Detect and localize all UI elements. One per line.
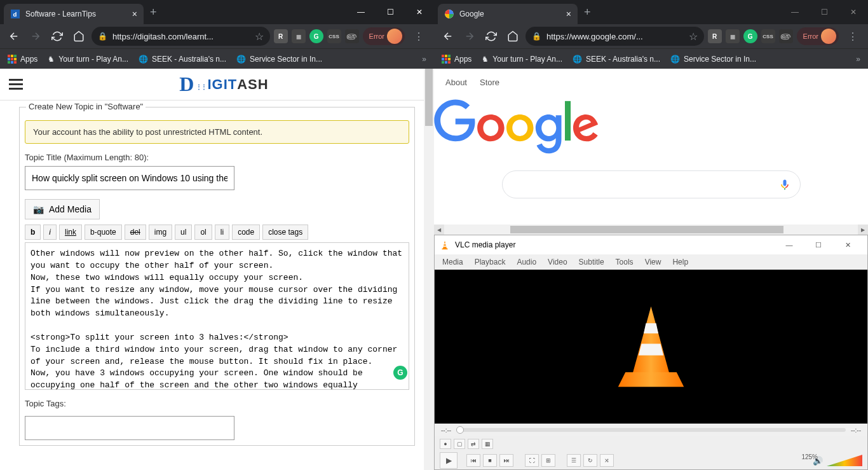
menu-view[interactable]: View <box>645 258 661 266</box>
menu-tools[interactable]: Tools <box>616 258 634 266</box>
prev-button[interactable]: ⏮ <box>466 454 480 467</box>
loop-button[interactable]: ↻ <box>583 454 597 467</box>
bookmark-apps[interactable]: Apps <box>8 55 37 64</box>
menu-playback[interactable]: Playback <box>475 258 506 266</box>
extension-icon-4[interactable]: ௵ <box>779 29 793 43</box>
bookmark-item-3[interactable]: 🌐Service Sector in In... <box>670 55 756 64</box>
scroll-right-button[interactable]: ▶ <box>858 225 868 235</box>
tab-close-icon[interactable]: × <box>566 9 571 19</box>
google-search-box[interactable] <box>502 170 801 198</box>
menu-hamburger-icon[interactable] <box>9 76 23 92</box>
page-scrollbar[interactable] <box>424 69 434 470</box>
qt-close[interactable]: close tags <box>262 225 308 240</box>
extension-icon-2[interactable]: ◼ <box>292 29 306 43</box>
bookmark-apps[interactable]: Apps <box>442 55 471 64</box>
qt-ul[interactable]: ul <box>175 225 192 240</box>
grammarly-icon[interactable]: G <box>309 29 323 43</box>
bookmark-item-2[interactable]: 🌐SEEK - Australia's n... <box>139 55 226 64</box>
topic-title-input[interactable] <box>25 166 234 190</box>
add-media-button[interactable]: 📷 Add Media <box>25 199 100 219</box>
stop-button[interactable]: ■ <box>483 454 497 467</box>
atob-button[interactable]: ⇄ <box>468 439 479 449</box>
qt-bold[interactable]: b <box>25 225 41 240</box>
bookmarks-overflow-icon[interactable]: » <box>422 55 426 64</box>
bookmarks-overflow-icon[interactable]: » <box>856 55 860 64</box>
qt-ol[interactable]: ol <box>194 225 212 240</box>
menu-audio[interactable]: Audio <box>517 258 536 266</box>
qt-bquote[interactable]: b-quote <box>85 225 122 240</box>
sync-error-badge[interactable]: Error <box>797 27 839 45</box>
scroll-left-button[interactable]: ◀ <box>434 225 444 235</box>
grammarly-icon[interactable]: G <box>743 29 757 43</box>
playlist-button[interactable]: ☰ <box>567 454 581 467</box>
topic-tags-input[interactable] <box>25 416 234 440</box>
home-button[interactable] <box>70 27 88 45</box>
back-button[interactable] <box>439 27 457 45</box>
qt-italic[interactable]: i <box>43 225 57 240</box>
site-logo[interactable]: DIGITASH <box>179 73 268 96</box>
address-bar[interactable]: 🔒 https://www.google.com/... ☆ <box>526 27 704 46</box>
menu-video[interactable]: Video <box>548 258 567 266</box>
scrollbar-thumb[interactable] <box>425 69 433 126</box>
chrome-menu-button[interactable]: ⋮ <box>843 31 863 43</box>
qt-del[interactable]: del <box>125 225 146 240</box>
reload-button[interactable] <box>48 27 66 45</box>
shuffle-button[interactable]: ⤨ <box>600 454 614 467</box>
horizontal-scrollbar[interactable]: ◀ ▶ <box>434 225 868 235</box>
chrome-menu-button[interactable]: ⋮ <box>409 31 429 43</box>
next-button[interactable]: ⏭ <box>499 454 513 467</box>
new-tab-button[interactable]: + <box>144 6 163 19</box>
play-button[interactable]: ▶ <box>440 452 458 469</box>
minimize-button[interactable]: — <box>780 2 810 22</box>
browser-tab[interactable]: Google × <box>438 4 578 24</box>
mic-icon[interactable] <box>778 177 791 192</box>
bookmark-item-1[interactable]: ♞Your turn - Play An... <box>482 55 562 64</box>
address-bar[interactable]: 🔒 https://digitash.com/learnt... ☆ <box>92 27 270 46</box>
qt-li[interactable]: li <box>215 225 229 240</box>
qt-code[interactable]: code <box>232 225 260 240</box>
extension-icon-1[interactable]: R <box>274 29 288 43</box>
content-editor[interactable] <box>25 242 409 390</box>
google-about-link[interactable]: About <box>445 78 467 87</box>
maximize-button[interactable]: ☐ <box>376 2 405 22</box>
extension-icon-2[interactable]: ◼ <box>726 29 740 43</box>
qt-link[interactable]: link <box>59 225 82 240</box>
extended-button[interactable]: ⊞ <box>541 454 555 467</box>
qt-img[interactable]: img <box>149 225 172 240</box>
minimize-button[interactable]: — <box>775 236 804 254</box>
menu-media[interactable]: Media <box>442 258 463 266</box>
seek-track[interactable] <box>456 428 846 432</box>
close-button[interactable]: ✕ <box>405 2 434 22</box>
scrollbar-thumb[interactable] <box>510 226 783 233</box>
minimize-button[interactable]: — <box>346 2 376 22</box>
google-store-link[interactable]: Store <box>480 78 499 87</box>
forward-button[interactable] <box>27 27 44 45</box>
close-button[interactable]: ✕ <box>839 2 868 22</box>
extension-icon-3[interactable]: CSS <box>327 29 341 43</box>
bookmark-item-3[interactable]: 🌐Service Sector in In... <box>236 55 322 64</box>
new-tab-button[interactable]: + <box>578 6 597 19</box>
back-button[interactable] <box>5 27 23 45</box>
volume-slider[interactable] <box>827 455 862 466</box>
extension-icon-3[interactable]: CSS <box>761 29 775 43</box>
extension-icon-4[interactable]: ௵ <box>345 29 359 43</box>
frame-button[interactable]: ▦ <box>482 439 493 449</box>
forward-button[interactable] <box>461 27 478 45</box>
grammarly-badge-icon[interactable]: G <box>393 366 407 380</box>
bookmark-star-icon[interactable]: ☆ <box>689 31 698 43</box>
bookmark-star-icon[interactable]: ☆ <box>255 31 264 43</box>
seek-knob[interactable] <box>456 426 464 434</box>
tab-close-icon[interactable]: × <box>132 9 137 19</box>
reload-button[interactable] <box>482 27 500 45</box>
browser-tab[interactable]: d Software - LearnTips × <box>4 4 144 24</box>
menu-subtitle[interactable]: Subtitle <box>579 258 604 266</box>
snapshot-button[interactable]: ▢ <box>454 439 465 449</box>
maximize-button[interactable]: ☐ <box>804 236 833 254</box>
sync-error-badge[interactable]: Error <box>363 27 405 45</box>
close-button[interactable]: ✕ <box>833 236 862 254</box>
bookmark-item-2[interactable]: 🌐SEEK - Australia's n... <box>573 55 660 64</box>
bookmark-item-1[interactable]: ♞Your turn - Play An... <box>48 55 128 64</box>
fullscreen-button[interactable]: ⛶ <box>525 454 539 467</box>
home-button[interactable] <box>504 27 522 45</box>
record-button[interactable]: ● <box>440 439 451 449</box>
